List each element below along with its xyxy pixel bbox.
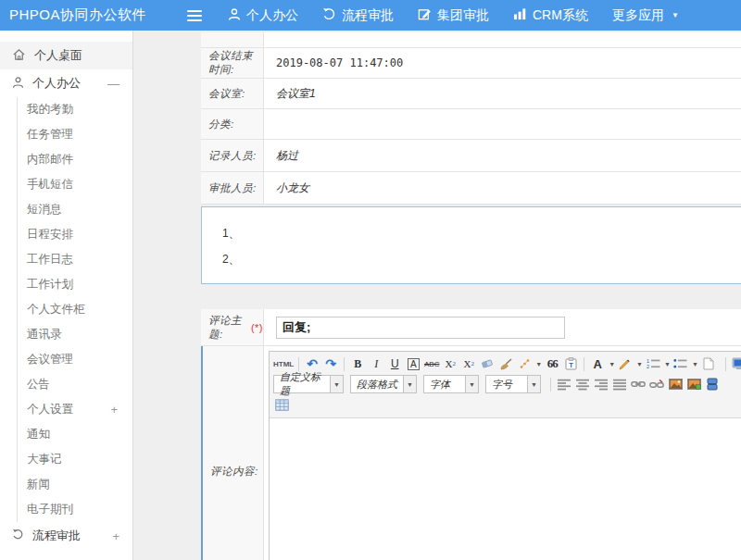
media-icon[interactable] [704,376,721,392]
sidebar-item-personal-office[interactable]: 个人办公 — [0,69,132,97]
table-row-partial [201,32,741,48]
caret-down-icon[interactable]: ▼ [636,361,643,367]
app-title: PHPOA协同办公软件 [9,6,169,24]
table-row-end-time: 会议结束时间: 2019-08-07 11:47:00 [201,48,741,79]
blockquote-button[interactable]: 66 [544,355,560,372]
row-label: 分类: [201,109,264,139]
sidebar-item-sms[interactable]: 手机短信 [18,172,132,197]
sidebar-item-internal-mail[interactable]: 内部邮件 [18,147,132,172]
bar-chart-icon [513,7,527,23]
caret-down-icon[interactable]: ▼ [609,361,615,367]
edit-square-icon [418,7,432,24]
row-label: 审批人员: [201,172,264,204]
caret-down-icon: ▼ [330,376,343,392]
paragraph-format-dropdown[interactable]: 段落格式▼ [350,375,417,393]
process-icon [322,7,336,24]
caret-down-icon: ▼ [403,376,416,392]
caret-down-icon[interactable]: ▼ [664,361,671,367]
nav-workflow-approval[interactable]: 流程审批 [322,7,394,24]
expand-icon[interactable]: + [112,529,119,543]
sidebar-item-notice[interactable]: 通知 [18,422,132,447]
subscript-button[interactable]: X2 [460,355,477,372]
eraser-icon[interactable] [479,355,496,372]
table-row-comment-subject: 评论主题: (*) [201,309,741,346]
caret-down-icon[interactable]: ▼ [692,361,698,367]
justify-icon[interactable] [611,376,628,392]
sidebar-item-announcement[interactable]: 公告 [18,372,132,397]
row-value: 会议室1 [264,79,741,108]
minutes-line: 1、 [222,220,741,246]
collapse-icon[interactable]: — [107,77,119,91]
font-color-button[interactable]: A [589,355,606,372]
main-content: 会议结束时间: 2019-08-07 11:47:00 会议室: 会议室1 分类… [134,31,741,560]
nav-personal-office[interactable]: 个人办公 [228,7,298,24]
table-row-approver: 审批人员: 小龙女 [201,172,741,205]
bold-button[interactable]: B [349,355,366,372]
align-left-icon[interactable] [556,376,572,392]
font-size-dropdown[interactable]: 字号▼ [485,375,541,393]
new-document-icon[interactable] [700,355,717,372]
strikethrough-button[interactable]: ABC [423,355,440,372]
comment-subject-input[interactable] [276,317,565,339]
font-style-button[interactable]: A [408,358,420,370]
sidebar-item-file-cabinet[interactable]: 个人文件柜 [18,297,132,322]
row-label: 记录人员: [201,140,264,171]
unlink-icon[interactable] [648,376,665,392]
row-value: 杨过 [264,140,741,171]
hamburger-menu-icon[interactable] [187,7,202,24]
italic-button[interactable]: I [368,355,384,372]
sidebar-item-workflow-approval[interactable]: 流程审批 + [0,522,132,550]
caret-down-icon: ▼ [672,11,679,19]
bullet-list-icon[interactable] [672,355,689,372]
sidebar-item-personal-settings[interactable]: 个人设置+ [18,397,132,422]
top-nav: 个人办公 流程审批 集团审批 CRM系统 更多应用 ▼ [228,7,679,24]
caret-down-icon: ▼ [465,376,478,392]
sidebar: 个人桌面 个人办公 — 我的考勤 任务管理 内部邮件 手机短信 短消息 日程安排… [0,31,133,560]
sidebar-item-e-journal[interactable]: 电子期刊 [18,497,132,522]
sidebar-item-tasks[interactable]: 任务管理 [18,122,132,147]
nav-more-apps[interactable]: 更多应用 ▼ [612,7,679,24]
underline-button[interactable]: U [386,355,403,372]
upload-image-icon[interactable] [685,376,702,392]
expand-icon[interactable]: + [110,403,118,417]
insert-table-icon[interactable] [273,396,290,413]
heading-dropdown[interactable]: 自定义标题▼ [273,375,344,393]
sidebar-item-schedule[interactable]: 日程安排 [18,222,132,247]
clean-format-broom-icon[interactable] [497,355,514,372]
row-label: 会议结束时间: [201,48,264,78]
paste-text-icon[interactable]: T [562,355,579,372]
sidebar-item-attendance[interactable]: 我的考勤 [18,97,132,122]
sidebar-item-work-plan[interactable]: 工作计划 [18,272,132,297]
sidebar-item-contacts[interactable]: 通讯录 [18,322,132,347]
align-center-icon[interactable] [574,376,591,392]
user-icon [12,76,24,92]
ordered-list-icon[interactable]: 12 [645,355,661,372]
sidebar-item-short-message[interactable]: 短消息 [18,197,132,222]
nav-group-approval[interactable]: 集团审批 [418,7,489,24]
editor-content-area[interactable] [270,418,741,560]
superscript-button[interactable]: X2 [442,355,458,372]
fullscreen-icon[interactable] [731,355,741,372]
nav-crm-system[interactable]: CRM系统 [513,7,588,24]
home-icon [12,48,26,64]
sidebar-item-events[interactable]: 大事记 [18,447,132,472]
sidebar-submenu: 我的考勤 任务管理 内部邮件 手机短信 短消息 日程安排 工作日志 工作计划 个… [17,97,132,522]
sidebar-item-news[interactable]: 新闻 [18,472,132,497]
row-value [264,109,741,139]
highlight-pen-icon[interactable] [617,355,634,372]
row-label: 会议室: [201,79,264,108]
sidebar-item-work-log[interactable]: 工作日志 [18,247,132,272]
link-icon[interactable] [630,376,647,392]
align-right-icon[interactable] [593,376,609,392]
sidebar-item-desktop[interactable]: 个人桌面 [0,42,132,69]
meeting-detail-table: 会议结束时间: 2019-08-07 11:47:00 会议室: 会议室1 分类… [201,32,741,205]
font-family-dropdown[interactable]: 字体▼ [423,375,479,393]
format-brush-icon[interactable] [516,355,533,372]
caret-down-icon[interactable]: ▼ [535,361,542,367]
sidebar-item-meeting-management[interactable]: 会议管理 [18,347,132,372]
process-icon [12,529,24,543]
insert-image-icon[interactable] [667,376,684,392]
user-icon [228,7,241,24]
editor-toolbar: HTML ↶ ↷ B I U A ABC X2 [270,352,741,418]
svg-text:2: 2 [647,364,649,369]
